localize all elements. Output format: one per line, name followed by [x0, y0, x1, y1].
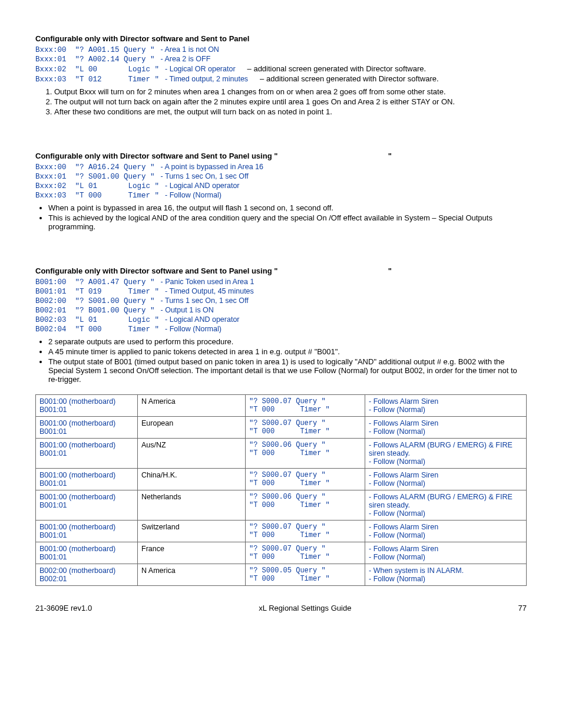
code-row: B001:01 "T 019 Timer "- Timed Output, 45… [35, 287, 527, 296]
cell-text: B001:01 [39, 531, 134, 539]
cell-code: "? S000.07 Query " [249, 471, 361, 479]
bullet-item: When a point is bypassed in area 16, the… [48, 203, 527, 212]
code-desc: - Logical AND operator [165, 315, 239, 324]
cell-text: B001:01 [39, 501, 134, 509]
bullet-notes: 2 separate outputs are used to perform t… [35, 337, 527, 384]
heading-text: Configurable only with Director software… [35, 266, 277, 275]
bullet-item: 2 separate outputs are used to perform t… [48, 337, 527, 346]
code-row: Bxxx:01 "? S001.00 Query "- Turns 1 sec … [35, 172, 527, 181]
cell-code: "T 000 Timer " [249, 449, 361, 457]
code-desc: - Turns 1 sec On, 1 sec Off [161, 297, 249, 305]
cell-text: - Follow (Normal) [369, 479, 523, 487]
code-text: Bxxx:01 "? A002.14 Query " [35, 55, 155, 64]
code-text: B002:01 "? B001.00 Query " [35, 307, 155, 315]
cell-code: "T 000 Timer " [249, 531, 361, 539]
code-text: Bxxx:02 "L 00 Logic " [35, 65, 159, 74]
cell-text: B001:00 (motherboard) [39, 523, 134, 531]
table-row: B002:00 (motherboard)B002:01N America"? … [36, 564, 527, 586]
cell-code: "? S000.07 Query " [249, 545, 361, 553]
code-text: B002:00 "? S001.00 Query " [35, 297, 155, 305]
code-desc: - Turns 1 sec On, 1 sec Off [161, 172, 249, 180]
code-block: B001:00 "? A001.47 Query "- Panic Token … [35, 278, 527, 334]
code-text: B001:00 "? A001.47 Query " [35, 278, 155, 286]
cell-text: B001:00 (motherboard) [39, 545, 134, 553]
code-row: Bxxx:02 "L 00 Logic "- Logical OR operat… [35, 64, 527, 74]
ordered-notes: Output Bxxx will turn on for 2 minutes w… [35, 87, 527, 116]
code-desc: - Logical OR operator [165, 65, 236, 73]
cell-code: "? S000.05 Query " [249, 566, 361, 575]
cell-text: Switzerland [138, 521, 246, 542]
cell-text: - Follow (Normal) [369, 427, 523, 436]
code-text: Bxxx:01 "? S001.00 Query " [35, 173, 155, 181]
cell-text: B001:00 (motherboard) [39, 419, 134, 427]
cell-text: - Follow (Normal) [369, 575, 523, 583]
cell-text: - Follow (Normal) [369, 553, 523, 561]
table-row: B001:00 (motherboard)B001:01France"? S00… [36, 542, 527, 564]
cell-code: "T 000 Timer " [249, 479, 361, 487]
footer-right: 77 [518, 604, 527, 612]
cell-text: - Follows ALARM (BURG / EMERG) & FIRE [369, 441, 523, 449]
cell-text: - Follows Alarm Siren [369, 545, 523, 553]
cell-text: - When system is IN ALARM. [369, 566, 523, 575]
section-heading: Configurable only with Director software… [35, 151, 527, 160]
code-desc: - Logical AND operator [165, 182, 239, 190]
code-text: B001:01 "T 019 Timer " [35, 288, 159, 296]
extra-note: – additional screen generated with Direc… [247, 64, 427, 73]
code-text: B002:03 "L 01 Logic " [35, 316, 159, 324]
code-row: Bxxx:03 "T 012 Timer "- Timed output, 2 … [35, 74, 527, 84]
bullet-notes: When a point is bypassed in area 16, the… [35, 203, 527, 231]
code-text: Bxxx:00 "? A016.24 Query " [35, 163, 155, 172]
footer-left: 21-3609E rev1.0 [35, 604, 92, 612]
cell-code: "? S000.07 Query " [249, 419, 361, 427]
cell-text: N America [138, 395, 246, 417]
cell-code: "? S000.07 Query " [249, 523, 361, 531]
cell-text: - Follows Alarm Siren [369, 523, 523, 531]
code-text: Bxxx:03 "T 012 Timer " [35, 75, 159, 84]
code-row: Bxxx:00 "? A001.15 Query "- Area 1 is no… [35, 45, 527, 54]
footer-center: xL Regional Settings Guide [259, 604, 351, 612]
cell-code: "? S000.06 Query " [249, 493, 361, 501]
note-item: After these two conditions are met, the … [54, 107, 527, 116]
cell-text: N America [138, 564, 246, 586]
cell-code: "T 000 Timer " [249, 427, 361, 436]
note-item: Output Bxxx will turn on for 2 minutes w… [54, 87, 527, 96]
cell-text: Aus/NZ [138, 439, 246, 469]
code-row: B001:00 "? A001.47 Query "- Panic Token … [35, 278, 527, 286]
heading-text: Configurable only with Director software… [35, 151, 277, 160]
cell-text: B001:01 [39, 479, 134, 487]
bullet-item: The output state of B001 (timed output b… [48, 357, 527, 384]
cell-code: "T 000 Timer " [249, 501, 361, 509]
code-row: B002:03 "L 01 Logic "- Logical AND opera… [35, 315, 527, 324]
code-text: Bxxx:02 "L 01 Logic " [35, 182, 159, 190]
heading-text: " [388, 266, 392, 275]
cell-text: B001:01 [39, 427, 134, 436]
heading-text: " [388, 151, 392, 160]
page-footer: 21-3609E rev1.0 xL Regional Settings Gui… [35, 604, 527, 612]
section-heading: Configurable only with Director software… [35, 266, 527, 275]
defaults-table: B001:00 (motherboard)B001:01N America"? … [35, 394, 527, 586]
code-desc: - Timed output, 2 minutes [165, 75, 248, 83]
cell-code: "? S000.07 Query " [249, 397, 361, 406]
cell-text: B002:01 [39, 575, 134, 583]
cell-text: B001:00 (motherboard) [39, 471, 134, 479]
cell-text: - Follows ALARM (BURG / EMERG) & FIRE [369, 493, 523, 501]
code-text: Bxxx:00 "? A001.15 Query " [35, 46, 155, 54]
code-block: Bxxx:00 "? A016.24 Query "- A point is b… [35, 163, 527, 200]
cell-text: - Follow (Normal) [369, 531, 523, 539]
cell-text: - Follow (Normal) [369, 406, 523, 414]
code-row: B002:01 "? B001.00 Query "- Output 1 is … [35, 306, 527, 315]
table-row: B001:00 (motherboard)B001:01European"? S… [36, 417, 527, 439]
cell-text: B001:01 [39, 449, 134, 457]
cell-text: B001:01 [39, 553, 134, 561]
cell-text: B002:00 (motherboard) [39, 566, 134, 575]
code-row: Bxxx:01 "? A002.14 Query "- Area 2 is OF… [35, 55, 527, 64]
cell-text: B001:00 (motherboard) [39, 493, 134, 501]
cell-code: "T 000 Timer " [249, 553, 361, 561]
table-row: B001:00 (motherboard)B001:01Switzerland"… [36, 521, 527, 542]
code-row: B002:00 "? S001.00 Query "- Turns 1 sec … [35, 297, 527, 305]
code-desc: - Output 1 is ON [161, 306, 214, 314]
code-desc: - Area 2 is OFF [161, 55, 211, 63]
cell-text: - Follows Alarm Siren [369, 397, 523, 406]
cell-code: "T 000 Timer " [249, 575, 361, 583]
cell-code: "? S000.06 Query " [249, 441, 361, 449]
